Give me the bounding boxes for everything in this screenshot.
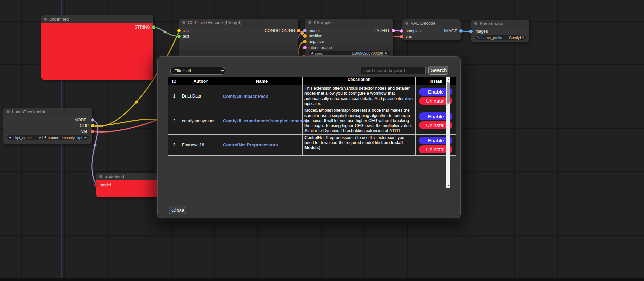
input-slot-clip[interactable]: clip xyxy=(177,28,189,33)
extension-name-link[interactable]: ComfyUI Impact Pack xyxy=(223,94,268,99)
increment-arrow-icon[interactable]: ▶ xyxy=(385,52,387,55)
widget-label: ckpt_name xyxy=(13,136,32,140)
node-title: Save Image xyxy=(480,21,503,26)
node-titlebar[interactable]: VAE Decode xyxy=(402,19,461,27)
output-slot-clip[interactable]: CLIP xyxy=(80,123,94,128)
node-clip-text-encode[interactable]: CLIP Text Encode (Prompt)cliptextCONDITI… xyxy=(179,19,298,59)
column-header-author: Author xyxy=(180,77,221,85)
node-undefined-bottom[interactable]: undefinedmodel xyxy=(96,173,160,197)
slot-dot-icon[interactable] xyxy=(297,29,300,32)
input-slot-positive[interactable]: positive xyxy=(303,34,323,38)
increment-arrow-icon[interactable]: ▶ xyxy=(85,136,87,139)
decrement-arrow-icon[interactable]: ◀ xyxy=(9,136,11,139)
node-titlebar[interactable]: Load Checkpoint xyxy=(3,108,92,116)
slot-dot-icon[interactable] xyxy=(459,29,463,33)
widget-value: ComfyUI xyxy=(509,36,524,40)
slot-label: CLIP xyxy=(80,123,89,128)
cell-author: Dr.Lt.Data xyxy=(180,85,221,107)
input-slot-vae[interactable]: vae xyxy=(400,34,412,39)
column-header-name: Name xyxy=(221,77,303,85)
scroll-up-icon[interactable]: ▲ xyxy=(446,77,450,82)
collapse-dot-icon[interactable] xyxy=(44,18,47,21)
node-titlebar[interactable]: KSampler xyxy=(305,19,393,27)
cell-description: ControlNet Preprocessors. (To use this e… xyxy=(303,135,416,156)
collapse-dot-icon[interactable] xyxy=(308,21,311,24)
input-slot-images[interactable]: images xyxy=(469,29,488,34)
collapse-dot-icon[interactable] xyxy=(6,110,10,113)
slot-dot-icon[interactable] xyxy=(303,46,307,49)
slot-label: vae xyxy=(406,34,412,39)
slot-dot-icon[interactable] xyxy=(91,124,94,127)
widget-ckpt_name[interactable]: ◀ckpt_namev1-5-pruned-emaonly.ckpt▶ xyxy=(6,135,89,140)
collapse-dot-icon[interactable] xyxy=(405,22,408,25)
node-save-image[interactable]: Save Imageimagesfilename_prefixComfyUI xyxy=(471,20,529,42)
node-titlebar[interactable]: undefined xyxy=(41,15,153,23)
slot-label: positive xyxy=(309,34,323,38)
node-load-checkpoint[interactable]: Load CheckpointMODELCLIPVAE◀ckpt_namev1-… xyxy=(3,108,92,144)
slot-dot-icon[interactable] xyxy=(469,30,473,33)
node-ksampler[interactable]: KSamplermodelpositivenegativelatent_imag… xyxy=(305,19,393,59)
slot-label: IMAGE xyxy=(444,29,457,33)
slot-dot-icon[interactable] xyxy=(91,118,94,122)
widget-value: v1-5-pruned-emaonly.ckpt xyxy=(39,136,82,140)
node-titlebar[interactable]: CLIP Text Encode (Prompt) xyxy=(179,19,298,27)
cell-id: 2 xyxy=(168,107,180,135)
widget-label: filename_prefix xyxy=(477,36,502,40)
slot-dot-icon[interactable] xyxy=(303,29,307,32)
widget-filename_prefix[interactable]: filename_prefixComfyUI xyxy=(474,35,526,40)
collapse-dot-icon[interactable] xyxy=(182,21,185,24)
slot-dot-icon[interactable] xyxy=(303,34,307,38)
input-slot-model[interactable]: model xyxy=(303,28,320,33)
extension-row-3: 3Fannovel16ControlNet PreprocessorsContr… xyxy=(168,135,456,156)
cell-author: comfyanonymous xyxy=(180,107,221,135)
search-button[interactable]: Search xyxy=(428,66,448,75)
filter-select[interactable]: Filter: all xyxy=(170,67,225,75)
output-slot-vae[interactable]: VAE xyxy=(81,129,94,134)
output-slot-image[interactable]: IMAGE xyxy=(444,29,463,33)
collapse-dot-icon[interactable] xyxy=(474,22,477,25)
slot-dot-icon[interactable] xyxy=(400,35,403,38)
collapse-dot-icon[interactable] xyxy=(99,175,102,178)
table-scrollbar[interactable]: ▲ ▼ xyxy=(446,77,450,188)
slot-label: MODEL xyxy=(74,118,89,122)
scrollbar-thumb[interactable] xyxy=(447,82,450,104)
input-slot-model[interactable]: model xyxy=(94,182,111,187)
node-titlebar[interactable]: Save Image xyxy=(471,20,529,28)
slot-dot-icon[interactable] xyxy=(392,29,395,32)
slot-dot-icon[interactable] xyxy=(177,35,181,38)
slot-dot-icon[interactable] xyxy=(152,25,155,29)
scroll-down-icon[interactable]: ▼ xyxy=(446,183,450,188)
input-slot-latent_image[interactable]: latent_image xyxy=(303,45,332,50)
extension-row-2: 2comfyanonymousComfyUI_experiments/sampl… xyxy=(168,107,456,135)
output-slot-model[interactable]: MODEL xyxy=(74,118,94,122)
output-slot-latent[interactable]: LATENT xyxy=(374,28,395,33)
slot-label: images xyxy=(475,29,488,34)
node-undefined-top[interactable]: undefinedSTRING xyxy=(41,15,153,80)
search-input[interactable] xyxy=(361,67,426,74)
extension-name-link[interactable]: ComfyUI_experiments/sampler_tonemap xyxy=(223,118,309,123)
slot-dot-icon[interactable] xyxy=(91,130,94,133)
slot-dot-icon[interactable] xyxy=(400,29,403,33)
output-slot-string[interactable]: STRING xyxy=(135,25,155,30)
cell-name: ComfyUI_experiments/sampler_tonemap xyxy=(221,107,303,135)
output-slot-conditioning[interactable]: CONDITIONING xyxy=(265,28,300,33)
slot-label: model xyxy=(309,28,320,33)
close-button[interactable]: Close xyxy=(169,206,186,214)
slot-dot-icon[interactable] xyxy=(94,183,98,187)
slot-dot-icon[interactable] xyxy=(303,40,307,43)
extension-name-link[interactable]: ControlNet Preprocessors xyxy=(223,142,278,147)
decrement-arrow-icon[interactable]: ◀ xyxy=(311,52,313,55)
node-title: Load Checkpoint xyxy=(12,109,45,115)
node-titlebar[interactable]: undefined xyxy=(96,173,160,180)
input-slot-negative[interactable]: negative xyxy=(303,39,324,44)
widget-seed[interactable]: ◀seed156680208700286▶ xyxy=(308,51,390,56)
slot-label: clip xyxy=(183,28,189,33)
node-vae-decode[interactable]: VAE DecodesamplesvaeIMAGE xyxy=(402,19,461,40)
slot-label: model xyxy=(100,182,111,187)
input-slot-samples[interactable]: samples xyxy=(400,29,421,33)
node-body xyxy=(41,23,153,80)
input-slot-text[interactable]: text xyxy=(177,34,189,39)
slot-label: CONDITIONING xyxy=(265,28,295,33)
slot-dot-icon[interactable] xyxy=(177,29,181,32)
column-header-id: ID xyxy=(168,77,180,85)
